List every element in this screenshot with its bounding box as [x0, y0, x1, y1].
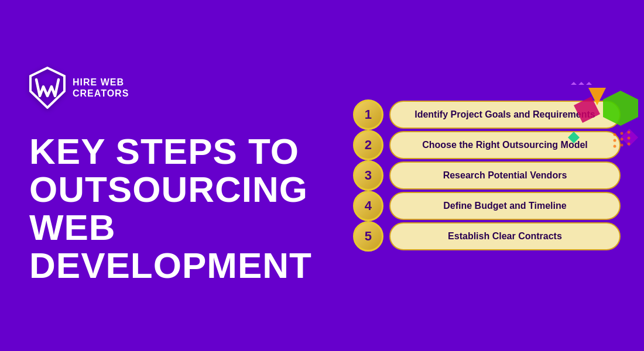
svg-marker-14 — [571, 82, 577, 85]
step-number-5: 5 — [353, 221, 383, 252]
step-label-5: Establish Clear Contracts — [389, 222, 621, 251]
svg-point-5 — [614, 133, 616, 136]
svg-point-13 — [628, 143, 631, 146]
decorative-shapes — [539, 82, 644, 170]
logo-text: HIRE WEB CREATORS — [73, 77, 129, 99]
svg-marker-17 — [568, 132, 580, 143]
step-item-4: 4Define Budget and Timeline — [353, 191, 621, 221]
svg-marker-16 — [586, 82, 592, 85]
step-item-5: 5Establish Clear Contracts — [353, 221, 621, 252]
logo-line2: CREATORS — [73, 88, 129, 99]
svg-marker-1 — [603, 91, 638, 126]
step-number-3: 3 — [353, 160, 383, 191]
logo-line1: HIRE WEB — [73, 77, 129, 88]
logo-icon — [29, 67, 66, 109]
step-number-2: 2 — [353, 130, 383, 160]
svg-point-12 — [621, 144, 624, 147]
svg-point-11 — [614, 145, 616, 148]
svg-point-6 — [621, 132, 624, 135]
logo-area: HIRE WEB CREATORS — [29, 67, 312, 109]
heading-line2: OUTSOURCING WEB — [29, 170, 312, 246]
main-heading: KEY STEPS TO OUTSOURCING WEB DEVELOPMENT — [29, 132, 312, 284]
svg-marker-0 — [30, 68, 64, 108]
step-number-1: 1 — [353, 99, 383, 130]
svg-point-7 — [628, 131, 631, 134]
svg-marker-15 — [578, 82, 584, 85]
heading-line1: KEY STEPS TO — [29, 132, 312, 170]
left-section: HIRE WEB CREATORS KEY STEPS TO OUTSOURCI… — [0, 43, 341, 308]
step-label-4: Define Budget and Timeline — [389, 192, 621, 221]
svg-point-10 — [628, 137, 631, 140]
heading-line3: DEVELOPMENT — [29, 246, 312, 284]
svg-point-8 — [614, 139, 616, 142]
step-number-4: 4 — [353, 191, 383, 221]
main-container: HIRE WEB CREATORS KEY STEPS TO OUTSOURCI… — [0, 0, 644, 351]
right-section: 1Identify Project Goals and Requirements… — [341, 82, 644, 269]
svg-point-9 — [621, 138, 624, 141]
